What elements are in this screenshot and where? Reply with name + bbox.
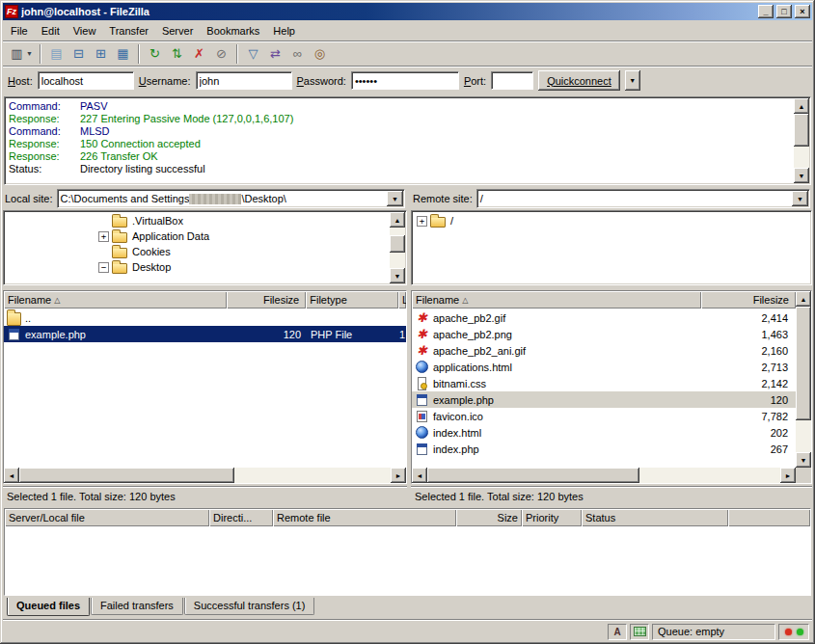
column-header[interactable]: L xyxy=(398,291,406,309)
file-row[interactable]: index.php 267 xyxy=(412,441,796,457)
menu-item[interactable]: File xyxy=(4,22,35,40)
disconnect-icon[interactable]: ⊘ xyxy=(210,43,232,65)
scrollbar-thumb[interactable] xyxy=(796,307,811,420)
local-site-combo[interactable]: C:\Documents and Settings\Desktop\ ▼ xyxy=(57,189,405,208)
scroll-down-icon[interactable]: ▼ xyxy=(390,268,405,283)
remote-horizontal-scrollbar[interactable]: ◄ ► xyxy=(412,468,796,483)
cancel-icon[interactable]: ✗ xyxy=(188,43,210,65)
column-header[interactable]: Server/Local file xyxy=(5,509,209,526)
file-row[interactable]: .. xyxy=(4,309,406,326)
tree-item[interactable]: Cookies xyxy=(98,244,389,259)
file-row[interactable]: example.php 120 xyxy=(412,391,796,408)
tree-expander-icon[interactable] xyxy=(98,247,109,257)
scrollbar-track[interactable] xyxy=(794,114,809,168)
tree-expander-icon[interactable]: − xyxy=(98,262,109,273)
file-row[interactable]: applications.html 2,713 xyxy=(412,359,796,375)
process-queue-icon[interactable]: ⇅ xyxy=(166,43,188,65)
queue-tab[interactable]: Successful transfers (1) xyxy=(184,598,315,615)
port-input[interactable] xyxy=(491,71,533,90)
scroll-down-icon[interactable]: ▼ xyxy=(796,452,811,468)
close-button[interactable]: × xyxy=(795,5,810,18)
scrollbar-track[interactable] xyxy=(427,468,780,483)
transfer-type-indicator-icon[interactable]: A xyxy=(608,624,627,640)
folder-icon xyxy=(430,217,446,228)
file-row[interactable]: apache_pb2_ani.gif 2,160 xyxy=(412,342,796,359)
menu-item[interactable]: Transfer xyxy=(102,22,155,40)
username-input[interactable] xyxy=(196,71,292,90)
file-row[interactable]: bitnami.css 2,142 xyxy=(412,375,796,391)
file-row[interactable]: favicon.ico 7,782 xyxy=(412,408,796,424)
queue-list[interactable] xyxy=(5,526,810,595)
minimize-button[interactable]: _ xyxy=(758,5,774,18)
toggle-queue-icon[interactable]: ▦ xyxy=(112,43,134,65)
scroll-left-icon[interactable]: ◄ xyxy=(412,468,427,483)
quickconnect-button[interactable]: Quickconnect xyxy=(538,70,620,91)
keypad-indicator-icon[interactable] xyxy=(630,624,649,640)
menu-item[interactable]: Edit xyxy=(35,22,67,40)
refresh-icon[interactable]: ↻ xyxy=(144,43,166,65)
scroll-left-icon[interactable]: ◄ xyxy=(4,468,19,483)
scrollbar-track[interactable] xyxy=(390,228,405,268)
local-horizontal-scrollbar[interactable]: ◄ ► xyxy=(4,468,406,483)
scroll-right-icon[interactable]: ► xyxy=(780,468,796,483)
toggle-message-log-icon[interactable]: ▤ xyxy=(45,43,68,65)
column-header[interactable]: Filename△ xyxy=(4,291,227,309)
compare-icon[interactable]: ⇄ xyxy=(264,43,286,65)
column-header[interactable]: Remote file xyxy=(273,509,456,526)
dropdown-icon[interactable]: ▼ xyxy=(792,191,808,206)
column-header[interactable]: Filesize xyxy=(701,291,796,309)
scrollbar-track[interactable] xyxy=(796,307,811,452)
remote-site-combo[interactable]: / ▼ xyxy=(476,189,810,208)
file-row[interactable]: index.html 202 xyxy=(412,424,796,441)
column-header[interactable] xyxy=(728,509,810,526)
tree-item[interactable]: + / xyxy=(417,213,794,228)
tree-item[interactable]: + Application Data xyxy=(98,228,389,244)
filter-icon[interactable]: ▽ xyxy=(242,43,264,65)
maximize-button[interactable]: □ xyxy=(776,5,792,18)
scroll-up-icon[interactable]: ▲ xyxy=(796,291,811,307)
find-icon[interactable]: ◎ xyxy=(309,43,331,65)
tree-expander-icon[interactable]: + xyxy=(98,231,109,242)
local-tree-scrollbar[interactable]: ▲ ▼ xyxy=(390,212,405,283)
scroll-up-icon[interactable]: ▲ xyxy=(390,212,405,228)
toggle-local-tree-icon[interactable]: ⊟ xyxy=(68,43,90,65)
column-header[interactable]: Size xyxy=(456,509,522,526)
quickconnect-dropdown-icon[interactable]: ▼ xyxy=(625,70,640,91)
site-manager-dropdown-icon[interactable]: ▼ xyxy=(23,43,36,65)
queue-tab[interactable]: Failed transfers xyxy=(91,598,183,615)
column-header[interactable]: Directi... xyxy=(209,509,273,526)
toggle-remote-tree-icon[interactable]: ⊞ xyxy=(90,43,112,65)
file-row[interactable]: apache_pb2.png 1,463 xyxy=(412,326,796,342)
menu-item[interactable]: Bookmarks xyxy=(200,22,266,40)
scrollbar-thumb[interactable] xyxy=(390,235,405,253)
menu-item[interactable]: View xyxy=(67,22,103,40)
menu-item[interactable]: Help xyxy=(266,22,302,40)
tree-expander-icon[interactable] xyxy=(98,216,109,227)
sync-browse-icon[interactable]: ∞ xyxy=(286,43,309,65)
tree-item[interactable]: − Desktop xyxy=(98,259,389,275)
host-input[interactable] xyxy=(38,71,134,90)
scroll-right-icon[interactable]: ► xyxy=(391,468,406,483)
column-header[interactable]: Status xyxy=(582,509,728,526)
column-header[interactable]: Filetype xyxy=(306,291,398,309)
scrollbar-thumb[interactable] xyxy=(19,468,234,483)
queue-tab[interactable]: Queued files xyxy=(7,598,90,616)
username-label: Username: xyxy=(139,75,191,87)
password-input[interactable] xyxy=(351,71,459,90)
file-row[interactable]: example.php 120 PHP File 1 xyxy=(4,326,406,342)
column-header[interactable]: Filename△ xyxy=(412,291,701,309)
column-header[interactable]: Filesize xyxy=(227,291,306,309)
scroll-up-icon[interactable]: ▲ xyxy=(794,98,809,114)
column-header[interactable]: Priority xyxy=(522,509,582,526)
scroll-down-icon[interactable]: ▼ xyxy=(794,168,809,183)
menu-item[interactable]: Server xyxy=(155,22,200,40)
file-row[interactable]: apache_pb2.gif 2,414 xyxy=(412,309,796,326)
scrollbar-thumb[interactable] xyxy=(427,468,639,483)
tree-expander-icon[interactable]: + xyxy=(417,216,427,227)
scrollbar-track[interactable] xyxy=(19,468,391,483)
dropdown-icon[interactable]: ▼ xyxy=(387,191,403,206)
scrollbar-thumb[interactable] xyxy=(794,114,809,147)
remote-vertical-scrollbar[interactable]: ▲ ▼ xyxy=(796,291,811,468)
tree-item[interactable]: .VirtualBox xyxy=(98,213,389,228)
log-scrollbar[interactable]: ▲ ▼ xyxy=(794,98,809,183)
